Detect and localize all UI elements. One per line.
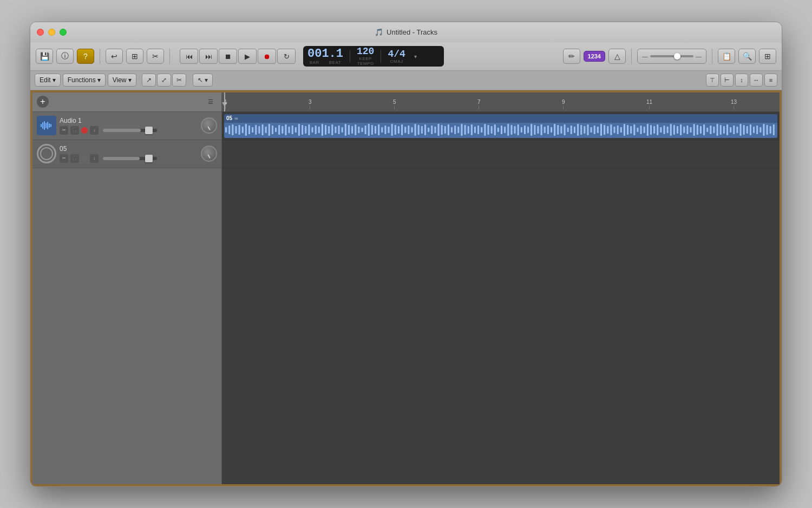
track-row[interactable]: 05 ✂ 🎧 ↓: [32, 140, 221, 168]
track-2-mute-button[interactable]: ✂: [60, 154, 68, 163]
mixer-button[interactable]: ⊞: [126, 49, 143, 64]
ruler-marks: 1 3 5 7 9: [222, 93, 780, 111]
stop-button[interactable]: ⏹: [219, 49, 237, 64]
info-button[interactable]: ⓘ: [56, 49, 74, 64]
svg-rect-61: [404, 127, 406, 133]
svg-rect-170: [767, 125, 768, 135]
play-button[interactable]: ▶: [238, 49, 257, 64]
svg-rect-69: [431, 126, 433, 134]
svg-rect-64: [415, 124, 416, 136]
svg-rect-152: [706, 128, 708, 132]
svg-rect-25: [285, 124, 286, 135]
close-button[interactable]: [37, 29, 44, 36]
zoom-out-button[interactable]: ↔: [750, 74, 763, 87]
maximize-button[interactable]: [60, 29, 67, 36]
main-window: 🎵 Untitled - Tracks 💾 ⓘ ? ↩ ⊞ ✂ ⏮ ⏭ ⏹: [30, 22, 782, 487]
svg-rect-131: [637, 128, 638, 132]
track-1-fader[interactable]: [103, 129, 157, 132]
display-chevron-icon[interactable]: ▾: [414, 54, 417, 60]
align-top-button[interactable]: ⊤: [706, 74, 719, 87]
svg-rect-153: [710, 126, 711, 134]
ruler-mark-3: 3: [309, 99, 312, 109]
toolbar-separator-1: [100, 49, 100, 64]
svg-rect-93: [510, 125, 512, 135]
track-2-fader[interactable]: [103, 157, 157, 160]
track-1-pan-knob[interactable]: [201, 117, 217, 134]
view-chevron-icon: ▾: [128, 76, 132, 84]
save-button[interactable]: 💾: [36, 49, 53, 64]
rewind-button[interactable]: ⏮: [180, 49, 198, 64]
track-2-record-button[interactable]: [81, 155, 88, 162]
svg-rect-11: [239, 125, 240, 135]
svg-rect-44: [348, 125, 350, 135]
help-button[interactable]: ?: [77, 49, 94, 64]
cursor-tool-button[interactable]: ↖ ▾: [193, 74, 213, 87]
svg-rect-100: [534, 125, 535, 135]
note-pad-button[interactable]: 📋: [718, 49, 735, 64]
track-1-record-button[interactable]: [81, 127, 88, 134]
view-menu-button[interactable]: View ▾: [108, 74, 136, 87]
track-1-mute-button[interactable]: ✂: [60, 126, 68, 135]
fit-button[interactable]: ⊢: [721, 74, 734, 87]
svg-rect-33: [311, 127, 313, 133]
pointer-tool-button[interactable]: ↗: [142, 74, 156, 87]
audio-clip[interactable]: 05 ∞: [224, 114, 777, 138]
record-button[interactable]: ⏺: [258, 49, 276, 64]
svg-rect-59: [398, 126, 400, 134]
svg-rect-127: [624, 124, 625, 136]
track-2-pan-knob[interactable]: [201, 146, 217, 162]
scissors-button[interactable]: ✂: [147, 49, 164, 64]
svg-rect-122: [607, 126, 608, 134]
svg-rect-151: [703, 124, 705, 135]
network-button[interactable]: ⊞: [759, 49, 776, 64]
track-row[interactable]: Audio 1 ✂ 🎧 ↓: [32, 112, 221, 140]
svg-rect-55: [384, 126, 386, 134]
clip-loop-icon: ∞: [234, 116, 238, 121]
tuner-button[interactable]: △: [608, 49, 626, 64]
svg-rect-130: [633, 124, 635, 135]
svg-rect-149: [697, 125, 698, 135]
svg-rect-101: [537, 126, 539, 134]
editbar-right: ↖ ▾: [193, 74, 213, 87]
svg-rect-132: [640, 126, 642, 134]
search-button[interactable]: 🔍: [738, 49, 756, 64]
automation-button[interactable]: ≡: [764, 74, 777, 87]
svg-rect-22: [275, 128, 277, 132]
functions-menu-button[interactable]: Functions ▾: [63, 74, 106, 87]
volume-track[interactable]: [650, 55, 693, 57]
svg-rect-37: [325, 125, 326, 135]
titlebar: 🎵 Untitled - Tracks: [30, 22, 782, 43]
pen-tool-button[interactable]: ✏: [563, 49, 580, 64]
ruler-mark-9: 9: [562, 99, 565, 109]
track-header-settings-button[interactable]: ☰: [204, 95, 217, 108]
svg-rect-157: [723, 126, 725, 134]
track-1-fader-thumb[interactable]: [145, 127, 153, 134]
svg-rect-146: [686, 126, 688, 134]
add-track-button[interactable]: +: [37, 96, 49, 108]
fast-forward-button[interactable]: ⏭: [199, 49, 218, 64]
undo-button[interactable]: ↩: [106, 49, 123, 64]
master-volume-control[interactable]: — —: [637, 49, 706, 64]
svg-rect-120: [600, 124, 602, 136]
cycle-button[interactable]: ↻: [277, 49, 296, 64]
zoom-in-button[interactable]: ↕: [735, 74, 748, 87]
svg-rect-54: [381, 127, 383, 133]
track-2-fader-thumb[interactable]: [145, 155, 153, 162]
track-2-download-button[interactable]: ↓: [90, 154, 99, 163]
svg-rect-129: [630, 126, 632, 134]
edit-menu-button[interactable]: Edit ▾: [35, 74, 61, 87]
svg-rect-84: [481, 127, 482, 133]
marquee-tool-button[interactable]: ⤢: [157, 74, 171, 87]
svg-rect-67: [424, 124, 426, 135]
svg-rect-13: [245, 124, 247, 136]
svg-rect-117: [591, 127, 592, 133]
snap-button[interactable]: ✂: [172, 74, 186, 87]
track-1-download-button[interactable]: ↓: [90, 126, 99, 135]
track-1-solo-button[interactable]: 🎧: [70, 126, 79, 135]
svg-rect-51: [371, 125, 373, 135]
minimize-button[interactable]: [48, 29, 55, 36]
svg-rect-83: [477, 126, 479, 134]
track-2-solo-button[interactable]: 🎧: [70, 154, 79, 163]
volume-thumb[interactable]: [674, 53, 680, 60]
count-in-button[interactable]: 1234: [584, 51, 605, 62]
